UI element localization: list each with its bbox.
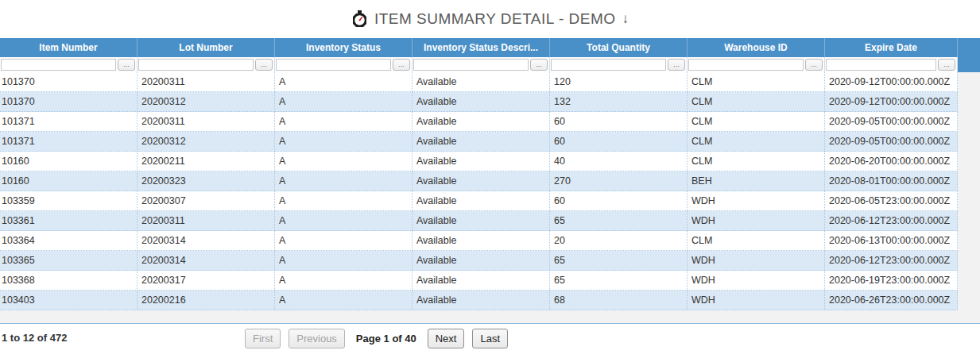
table-row[interactable]: 10137020200312AAvailable132CLM2020-09-12… bbox=[0, 92, 958, 112]
table-cell[interactable]: 2020-09-12T00:00:00.000Z bbox=[825, 92, 958, 112]
column-header-warehouse-id[interactable]: Warehouse ID bbox=[688, 38, 825, 57]
table-cell[interactable]: CLM bbox=[688, 112, 825, 132]
filter-input[interactable] bbox=[826, 59, 936, 71]
filter-options-button[interactable]: ... bbox=[938, 59, 955, 71]
table-cell[interactable]: Available bbox=[413, 92, 550, 112]
table-cell[interactable]: 20200312 bbox=[138, 132, 275, 152]
table-cell[interactable]: A bbox=[275, 132, 413, 152]
table-row[interactable]: 1016020200211AAvailable40CLM2020-06-20T0… bbox=[0, 152, 958, 171]
table-cell[interactable]: 2020-09-05T00:00:00.000Z bbox=[825, 132, 958, 152]
table-cell[interactable]: A bbox=[275, 291, 413, 310]
table-cell[interactable]: A bbox=[275, 152, 413, 171]
table-cell[interactable]: 2020-06-26T23:00:00.000Z bbox=[825, 291, 958, 310]
table-cell[interactable]: Available bbox=[413, 152, 550, 171]
table-cell[interactable]: Available bbox=[413, 211, 550, 231]
table-cell[interactable]: A bbox=[275, 251, 413, 271]
column-header-item-number[interactable]: Item Number bbox=[0, 38, 138, 57]
table-cell[interactable]: Available bbox=[413, 191, 550, 211]
table-cell[interactable]: 20200314 bbox=[138, 231, 275, 251]
table-cell[interactable]: 103364 bbox=[0, 231, 138, 251]
table-cell[interactable]: 20200216 bbox=[138, 291, 275, 310]
table-cell[interactable]: 20200312 bbox=[138, 92, 275, 112]
first-page-button[interactable]: First bbox=[245, 329, 281, 348]
table-cell[interactable]: 103368 bbox=[0, 271, 138, 291]
filter-options-button[interactable]: ... bbox=[118, 59, 135, 71]
table-cell[interactable]: WDH bbox=[688, 191, 825, 211]
table-cell[interactable]: 2020-06-13T00:00:00.000Z bbox=[825, 231, 958, 251]
table-cell[interactable]: 20200311 bbox=[138, 211, 275, 231]
table-cell[interactable]: 68 bbox=[550, 291, 688, 310]
table-cell[interactable]: 20200311 bbox=[138, 112, 275, 132]
table-cell[interactable]: 101371 bbox=[0, 132, 138, 152]
table-cell[interactable]: A bbox=[275, 231, 413, 251]
column-header-inventory-status[interactable]: Inventory Status bbox=[275, 38, 413, 57]
table-row[interactable]: 1016020200323AAvailable270BEH2020-08-01T… bbox=[0, 171, 958, 191]
table-row[interactable]: 10336520200314AAvailable65WDH2020-06-12T… bbox=[0, 251, 958, 271]
filter-options-button[interactable]: ... bbox=[393, 59, 410, 71]
table-cell[interactable]: 60 bbox=[550, 112, 688, 132]
table-cell[interactable]: CLM bbox=[688, 231, 825, 251]
filter-options-button[interactable]: ... bbox=[805, 59, 823, 71]
table-cell[interactable]: 20200311 bbox=[138, 72, 275, 92]
table-cell[interactable]: 60 bbox=[550, 191, 688, 211]
table-row[interactable]: 10340320200216AAvailable68WDH2020-06-26T… bbox=[0, 291, 958, 310]
table-cell[interactable]: CLM bbox=[688, 72, 825, 92]
table-cell[interactable]: Available bbox=[413, 251, 550, 271]
table-cell[interactable]: Available bbox=[413, 132, 550, 152]
table-cell[interactable]: 20200307 bbox=[138, 191, 275, 211]
table-cell[interactable]: WDH bbox=[688, 271, 825, 291]
table-cell[interactable]: 132 bbox=[550, 92, 688, 112]
table-cell[interactable]: 120 bbox=[550, 72, 688, 92]
column-header-expire-date[interactable]: Expire Date bbox=[825, 38, 958, 57]
table-cell[interactable]: Available bbox=[413, 72, 550, 92]
table-cell[interactable]: A bbox=[275, 112, 413, 132]
table-cell[interactable]: 40 bbox=[550, 152, 688, 171]
table-cell[interactable]: 103365 bbox=[0, 251, 138, 271]
table-cell[interactable]: 2020-06-05T23:00:00.000Z bbox=[825, 191, 958, 211]
table-cell[interactable]: 65 bbox=[550, 251, 688, 271]
table-cell[interactable]: A bbox=[275, 72, 413, 92]
table-cell[interactable]: 270 bbox=[550, 171, 688, 191]
table-cell[interactable]: 10160 bbox=[0, 152, 138, 171]
table-cell[interactable]: Available bbox=[413, 171, 550, 191]
next-page-button[interactable]: Next bbox=[428, 329, 465, 348]
table-cell[interactable]: 20 bbox=[550, 231, 688, 251]
table-row[interactable]: 10336120200311AAvailable65WDH2020-06-12T… bbox=[0, 211, 958, 231]
column-header-lot-number[interactable]: Lot Number bbox=[138, 38, 275, 57]
filter-options-button[interactable]: ... bbox=[530, 59, 548, 71]
table-cell[interactable]: 20200211 bbox=[138, 152, 275, 171]
table-cell[interactable]: 101371 bbox=[0, 112, 138, 132]
filter-input[interactable] bbox=[138, 59, 254, 71]
table-row[interactable]: 10336820200317AAvailable65WDH2020-06-19T… bbox=[0, 271, 958, 291]
table-cell[interactable]: CLM bbox=[688, 132, 825, 152]
last-page-button[interactable]: Last bbox=[472, 329, 508, 348]
table-cell[interactable]: 2020-06-20T00:00:00.000Z bbox=[825, 152, 958, 171]
column-header-inventory-status-description[interactable]: Inventory Status Descri... bbox=[413, 38, 550, 57]
table-cell[interactable]: 101370 bbox=[0, 72, 138, 92]
filter-input[interactable] bbox=[1, 59, 116, 71]
table-cell[interactable]: 103403 bbox=[0, 291, 138, 310]
table-cell[interactable]: 103359 bbox=[0, 191, 138, 211]
filter-input[interactable] bbox=[688, 59, 804, 71]
table-cell[interactable]: WDH bbox=[688, 211, 825, 231]
table-row[interactable]: 10137020200311AAvailable120CLM2020-09-12… bbox=[0, 72, 958, 92]
filter-input[interactable] bbox=[413, 59, 529, 71]
table-cell[interactable]: 2020-08-01T00:00:00.000Z bbox=[825, 171, 958, 191]
table-row[interactable]: 10335920200307AAvailable60WDH2020-06-05T… bbox=[0, 191, 958, 211]
table-cell[interactable]: 60 bbox=[550, 132, 688, 152]
table-cell[interactable]: CLM bbox=[688, 92, 825, 112]
table-cell[interactable]: A bbox=[275, 92, 413, 112]
table-cell[interactable]: A bbox=[275, 171, 413, 191]
table-cell[interactable]: Available bbox=[413, 271, 550, 291]
table-cell[interactable]: A bbox=[275, 271, 413, 291]
filter-input[interactable] bbox=[551, 59, 666, 71]
table-cell[interactable]: 20200317 bbox=[138, 271, 275, 291]
table-cell[interactable]: WDH bbox=[688, 291, 825, 310]
table-cell[interactable]: 20200323 bbox=[138, 171, 275, 191]
filter-input[interactable] bbox=[276, 59, 391, 71]
table-cell[interactable]: 2020-06-12T23:00:00.000Z bbox=[825, 251, 958, 271]
table-cell[interactable]: Available bbox=[413, 231, 550, 251]
table-row[interactable]: 10336420200314AAvailable20CLM2020-06-13T… bbox=[0, 231, 958, 251]
table-cell[interactable]: 103361 bbox=[0, 211, 138, 231]
column-header-total-quantity[interactable]: Total Quantity bbox=[550, 38, 688, 57]
